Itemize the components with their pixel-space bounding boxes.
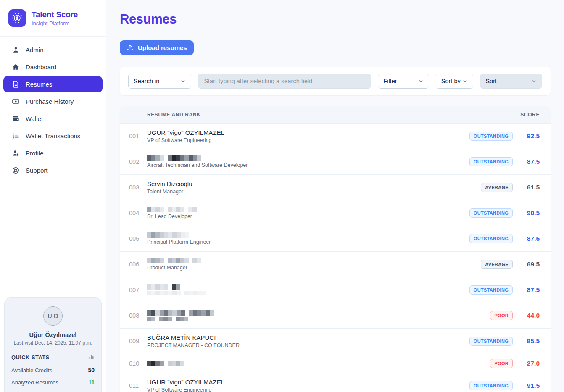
row-rank: 009 [129, 338, 147, 345]
score-value: 27.0 [520, 360, 540, 367]
resume-name: Servin Dizcioğlu [147, 180, 481, 187]
score-value: 87.5 [520, 286, 540, 294]
score-value: 87.5 [520, 158, 540, 166]
sidebar-item-purchase-history[interactable]: Purchase History [3, 93, 103, 110]
rank-badge: OUTSTANDING [469, 337, 513, 346]
rank-badge: OUTSTANDING [469, 381, 513, 390]
resume-name: UGUR "vigo" OZYILMAZEL [147, 129, 469, 136]
resume-name: BUĞRA METİN KAPUCI [147, 334, 469, 341]
table-row[interactable]: 006 Product Manager AVERAGE 69.5 [120, 251, 551, 277]
sidebar-item-label: Admin [26, 46, 44, 53]
resume-name: UGUR "vigo" OZYILMAZEL [147, 379, 469, 386]
table-row[interactable]: 007 OUTSTANDING 87.5 [120, 277, 551, 303]
table-row[interactable]: 002 Aircraft Technician and Software Dev… [120, 149, 551, 174]
app-name: Talent Score [32, 10, 78, 19]
user-card: U.Ö Uğur Özyılmazel Last visit Dec. 14, … [4, 297, 102, 392]
score-value: 91.5 [520, 382, 540, 389]
user-gear-icon [12, 149, 20, 157]
search-input[interactable] [198, 74, 371, 89]
row-rank: 007 [129, 287, 147, 293]
sidebar-item-resumes[interactable]: Resumes [3, 76, 103, 92]
row-rank: 001 [129, 133, 147, 139]
table-row[interactable]: 005 Principal Platform Engineer OUTSTAND… [120, 226, 551, 251]
chevron-down-icon [462, 79, 468, 84]
stat-row: Analyzed Resumes 11 [11, 379, 95, 386]
avatar: U.Ö [43, 306, 63, 326]
sidebar-item-profile[interactable]: Profile [3, 145, 103, 161]
row-rank: 011 [129, 382, 147, 389]
talent-score-logo-icon [8, 9, 26, 27]
resume-title: Aircraft Technician and Software Develop… [147, 162, 469, 168]
stat-value: 11 [88, 379, 95, 386]
stat-label: Analyzed Resumes [11, 379, 58, 386]
stat-row: Available Credits 50 [11, 367, 95, 374]
column-resume-and-rank: RESUME AND RANK [147, 112, 200, 118]
resume-title: Sr. Lead Developer [147, 213, 469, 219]
sidebar-item-label: Dashboard [26, 63, 56, 71]
sidebar-item-label: Support [26, 167, 48, 174]
upload-resumes-button[interactable]: Upload resumes [120, 40, 194, 55]
app-tagline: Insight Platform [32, 20, 78, 26]
row-rank: 008 [129, 312, 147, 319]
table-row[interactable]: 004 Sr. Lead Developer OUTSTANDING 90.5 [120, 200, 551, 226]
user-icon [12, 46, 20, 54]
score-value: 44.0 [520, 312, 540, 319]
resume-title: Product Manager [147, 265, 481, 271]
table-row[interactable]: 008 POOR 44.0 [120, 303, 551, 328]
quick-stats-title: QUICK STATS [11, 354, 50, 360]
resume-name-redacted [147, 258, 481, 263]
filter-bar: Search in Filter Sort by Sort [120, 67, 551, 95]
column-score: SCORE [520, 112, 540, 118]
resume-name-redacted [147, 232, 469, 238]
table-row[interactable]: 011 UGUR "vigo" OZYILMAZEL VP of Softwar… [120, 373, 551, 392]
sidebar-item-label: Profile [26, 150, 44, 157]
resume-title: VP of Software Engineering [147, 387, 469, 392]
row-rank: 004 [129, 210, 147, 216]
app-logo: Talent Score Insight Platform [0, 0, 106, 37]
lifebuoy-icon [12, 166, 20, 174]
row-rank: 005 [129, 235, 147, 242]
resumes-table: RESUME AND RANK SCORE 001 UGUR "vigo" OZ… [120, 106, 551, 392]
list-icon [12, 132, 20, 140]
bar-chart-icon [88, 353, 95, 361]
sidebar-item-admin[interactable]: Admin [3, 42, 103, 58]
sidebar-nav: Admin Dashboard Resumes Purchase History… [0, 37, 106, 179]
resume-title-redacted [147, 317, 490, 321]
chevron-down-icon [180, 79, 186, 84]
table-header: RESUME AND RANK SCORE [120, 106, 551, 123]
chevron-down-icon [531, 79, 537, 84]
score-value: 92.5 [520, 132, 540, 140]
rank-badge: OUTSTANDING [469, 234, 513, 243]
stat-label: Available Credits [11, 367, 52, 374]
sidebar-item-label: Wallet [26, 115, 43, 122]
sort-by-select[interactable]: Sort by [436, 74, 474, 89]
sidebar: Talent Score Insight Platform Admin Dash… [0, 0, 106, 392]
sidebar-item-dashboard[interactable]: Dashboard [3, 59, 103, 75]
score-value: 90.5 [520, 209, 540, 217]
rank-badge: POOR [490, 311, 513, 320]
row-rank: 006 [129, 261, 147, 268]
rank-badge: AVERAGE [481, 183, 513, 192]
row-rank: 010 [129, 360, 147, 367]
resume-title: PROJECT MANAGER - CO FOUNDER [147, 342, 469, 348]
resume-name-redacted [147, 284, 469, 290]
wallet-icon [12, 115, 20, 123]
table-row[interactable]: 010 POOR 27.0 [120, 354, 551, 373]
table-row[interactable]: 001 UGUR "vigo" OZYILMAZEL VP of Softwar… [120, 123, 551, 149]
resume-title-redacted [147, 291, 469, 295]
score-value: 85.5 [520, 337, 540, 345]
resume-title: VP of Software Engineering [147, 137, 469, 143]
row-rank: 003 [129, 184, 147, 191]
filter-select[interactable]: Filter [378, 74, 429, 89]
score-value: 69.5 [520, 260, 540, 268]
search-in-select[interactable]: Search in [128, 74, 191, 89]
table-row[interactable]: 009 BUĞRA METİN KAPUCI PROJECT MANAGER -… [120, 328, 551, 354]
score-value: 61.5 [520, 184, 540, 191]
sidebar-item-support[interactable]: Support [3, 162, 103, 179]
table-row[interactable]: 003 Servin Dizcioğlu Talent Manager AVER… [120, 174, 551, 200]
sidebar-item-wallet-transactions[interactable]: Wallet Transactions [3, 128, 103, 144]
page-title: Resumes [120, 12, 551, 27]
document-icon [12, 80, 20, 88]
sort-select[interactable]: Sort [480, 74, 542, 89]
sidebar-item-wallet[interactable]: Wallet [3, 110, 103, 127]
